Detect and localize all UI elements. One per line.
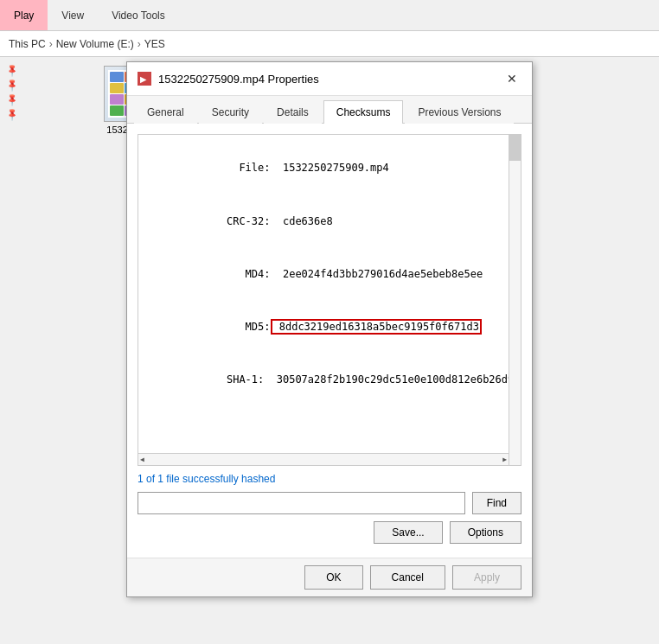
address-sep-1: ›: [49, 38, 53, 50]
hash-sha1-text: SHA-1: 30507a28f2b190c29dc51e0e100d812e6…: [221, 373, 521, 386]
tab-previous-versions[interactable]: Previous Versions: [405, 100, 514, 124]
hash-status: 1 of 1 file successfully hashed: [138, 473, 521, 485]
hash-line-md4: MD4: 2ee024f4d3bb279016d4ae5ebeb8e5ee: [145, 247, 507, 300]
scroll-arrow-right[interactable]: ▶: [502, 456, 507, 463]
address-part-2: New Volume (E:): [56, 38, 134, 50]
address-part-3: YES: [144, 38, 165, 50]
ribbon-tab-view-label: View: [61, 10, 84, 22]
tab-details[interactable]: Details: [264, 100, 322, 124]
tab-previous-versions-label: Previous Versions: [418, 106, 501, 118]
hash-file-text: File: 1532250275909.mp4: [221, 162, 389, 174]
hash-crc32-text: CRC-32: cde636e8: [221, 215, 333, 227]
hash-md5-label: MD5:: [221, 321, 271, 333]
ribbon-tab-video-tools[interactable]: Video Tools: [98, 0, 179, 30]
hash-display: File: 1532250275909.mp4 CRC-32: cde636e8…: [138, 134, 521, 466]
options-button[interactable]: Options: [450, 521, 521, 544]
ribbon-tab-view[interactable]: View: [48, 0, 98, 30]
tab-general[interactable]: General: [134, 100, 197, 124]
apply-button[interactable]: Apply: [452, 565, 521, 590]
ribbon-tab-play-label: Play: [14, 10, 34, 22]
dialog-title-left: ▶ 1532250275909.mp4 Properties: [138, 72, 319, 86]
properties-dialog: ▶ 1532250275909.mp4 Properties ✕ General…: [126, 61, 533, 597]
action-row: Save... Options: [138, 521, 521, 544]
dialog-tabs: General Security Details Checksums Previ…: [127, 96, 532, 124]
find-button[interactable]: Find: [472, 492, 521, 514]
dialog-overlay: ▶ 1532250275909.mp4 Properties ✕ General…: [0, 57, 659, 644]
ribbon-tab-video-tools-label: Video Tools: [112, 10, 165, 22]
dialog-titlebar: ▶ 1532250275909.mp4 Properties ✕: [127, 62, 532, 96]
dialog-title-text: 1532250275909.mp4 Properties: [158, 73, 319, 86]
hash-md4-text: MD4: 2ee024f4d3bb279016d4ae5ebeb8e5ee: [221, 268, 483, 280]
scroll-arrow-left[interactable]: ◀: [140, 456, 144, 463]
tab-general-label: General: [147, 106, 184, 118]
tab-checksums-label: Checksums: [336, 106, 391, 118]
ribbon-tab-play[interactable]: Play: [0, 0, 48, 30]
address-bar: This PC › New Volume (E:) › YES: [0, 31, 659, 57]
tab-details-label: Details: [277, 106, 309, 118]
hash-md5-value: 8ddc3219ed16318a5bec9195f0f671d3: [271, 319, 482, 335]
file-type-icon: ▶: [138, 72, 151, 86]
save-button[interactable]: Save...: [374, 521, 442, 544]
address-sep-2: ›: [138, 38, 141, 50]
svg-text:▶: ▶: [140, 75, 147, 84]
hash-scrollbar-vertical[interactable]: [509, 135, 521, 465]
hash-line-sha1: SHA-1: 30507a28f2b190c29dc51e0e100d812e6…: [145, 354, 507, 406]
ok-button[interactable]: OK: [304, 565, 362, 590]
hash-line-crc32: CRC-32: cde636e8: [145, 194, 507, 247]
tab-security-label: Security: [212, 106, 249, 118]
dialog-content: File: 1532250275909.mp4 CRC-32: cde636e8…: [127, 124, 532, 558]
hash-line-file: File: 1532250275909.mp4: [145, 142, 507, 194]
ribbon: Play View Video Tools: [0, 0, 659, 31]
find-row: Find: [138, 492, 521, 514]
find-input[interactable]: [138, 492, 465, 514]
tab-security[interactable]: Security: [199, 100, 262, 124]
dialog-close-button[interactable]: ✕: [502, 69, 521, 88]
tab-checksums[interactable]: Checksums: [323, 100, 404, 124]
cancel-button[interactable]: Cancel: [370, 565, 445, 590]
address-part-1: This PC: [9, 38, 46, 50]
hash-line-md5: MD5: 8ddc3219ed16318a5bec9195f0f671d3: [145, 301, 507, 354]
main-area: 📌 📌 📌 📌: [0, 57, 659, 644]
dialog-footer: OK Cancel Apply: [127, 558, 532, 596]
hash-scrollbar-horizontal[interactable]: ◀ ▶: [138, 453, 509, 465]
scrollbar-thumb-vertical[interactable]: [509, 135, 521, 161]
